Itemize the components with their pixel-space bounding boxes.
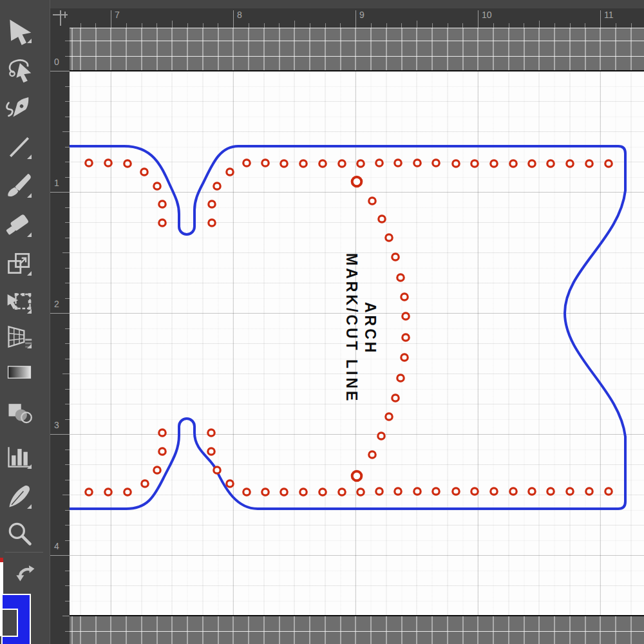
illustrator-app: ARCH MARK/CUT LINE 7891011 01234 <box>0 0 644 644</box>
ruler-tick <box>616 23 616 28</box>
ruler-tick <box>65 359 70 359</box>
ruler-tick <box>65 389 70 390</box>
ruler-tick <box>65 585 70 586</box>
ruler-label: 1 <box>54 178 59 187</box>
ruler-tick <box>310 23 310 28</box>
ruler-origin-corner[interactable] <box>50 8 70 28</box>
ruler-tick <box>65 510 70 511</box>
ruler-tick <box>65 268 70 269</box>
ruler-tick <box>65 101 70 102</box>
artboard-top-edge <box>70 70 644 71</box>
artboard-bottom-edge <box>70 615 644 616</box>
ruler-tick <box>65 464 70 465</box>
ruler-label: 4 <box>54 542 59 551</box>
top-bar <box>50 0 644 8</box>
horizontal-ruler[interactable]: 7891011 <box>70 8 644 28</box>
ruler-tick-major <box>50 555 70 556</box>
ruler-tick <box>65 419 70 420</box>
shape-builder-icon <box>5 398 33 426</box>
shape-builder-tool[interactable] <box>5 398 33 426</box>
ruler-tick <box>65 238 70 238</box>
pen-tool[interactable] <box>5 93 33 122</box>
ruler-tick <box>65 283 70 283</box>
stroke-color-swatch[interactable] <box>1 594 31 644</box>
free-transform-tool[interactable] <box>5 287 33 316</box>
ruler-tick <box>65 177 70 178</box>
swap-fill-stroke-button[interactable] <box>14 562 36 583</box>
column-graph-tool[interactable] <box>5 442 33 471</box>
ruler-tick-major <box>355 10 356 28</box>
submenu-triangle <box>27 309 32 314</box>
ruler-tick <box>65 540 70 541</box>
pasteboard-bottom <box>70 616 644 644</box>
knife-tool[interactable] <box>5 482 33 511</box>
ruler-tick <box>65 631 70 632</box>
label-line-arch: ARCH <box>361 245 379 412</box>
lasso-selection-tool[interactable] <box>5 55 33 84</box>
ruler-tick <box>62 495 70 495</box>
ruler-tick <box>340 23 341 28</box>
swap-arrows-icon <box>14 562 36 583</box>
pen-nib-icon <box>5 93 33 122</box>
eraser-tool[interactable] <box>5 211 33 239</box>
submenu-triangle <box>27 504 32 509</box>
ruler-tick <box>401 23 402 28</box>
gradient-tool[interactable] <box>5 358 33 386</box>
submenu-triangle <box>27 271 32 276</box>
ruler-tick <box>65 147 70 147</box>
ruler-tick <box>62 252 70 253</box>
ruler-tick <box>203 23 204 28</box>
toolbar <box>0 0 50 644</box>
ruler-tick <box>65 207 70 208</box>
ruler-tick <box>65 56 70 57</box>
ruler-tick <box>448 23 448 28</box>
ruler-label: 3 <box>54 421 59 430</box>
vertical-ruler[interactable]: 01234 <box>50 28 70 644</box>
ruler-tick <box>187 23 188 28</box>
ruler-label: 9 <box>359 10 365 19</box>
ruler-tick-major <box>50 71 70 71</box>
ruler-tick <box>65 404 70 404</box>
ruler-tick <box>62 374 70 374</box>
ruler-tick <box>386 23 387 28</box>
ruler-label: 11 <box>604 10 614 19</box>
ruler-tick-major <box>50 313 70 314</box>
ruler-tick <box>218 23 218 28</box>
ruler-tick <box>509 23 509 28</box>
ruler-tick <box>65 601 70 601</box>
ruler-tick <box>65 86 70 87</box>
ruler-tick <box>493 23 494 28</box>
submenu-triangle <box>27 39 32 43</box>
ruler-tick <box>65 117 70 117</box>
submenu-triangle <box>27 232 32 237</box>
submenu-triangle <box>27 464 32 469</box>
ruler-tick <box>264 23 265 28</box>
submenu-triangle <box>27 344 32 348</box>
ruler-tick <box>325 23 326 28</box>
scale-tool[interactable] <box>5 249 33 278</box>
ruler-tick <box>462 23 463 28</box>
magnifier-icon <box>5 520 33 548</box>
ruler-tick <box>279 23 279 28</box>
ruler-tick <box>294 21 295 28</box>
zoom-tool[interactable] <box>5 520 33 548</box>
ruler-tick <box>249 23 249 28</box>
ruler-tick <box>554 23 555 28</box>
line-segment-tool[interactable] <box>5 133 33 161</box>
pattern-text-label[interactable]: ARCH MARK/CUT LINE <box>342 245 379 412</box>
ruler-tick <box>65 450 70 450</box>
perspective-grid-tool[interactable] <box>5 322 33 350</box>
ruler-tick <box>417 21 417 28</box>
ruler-tick <box>80 23 81 28</box>
selection-tool[interactable] <box>5 17 33 45</box>
ruler-tick <box>570 23 571 28</box>
ruler-tick <box>142 23 142 28</box>
ruler-tick <box>65 162 70 162</box>
ruler-label: 10 <box>482 10 492 19</box>
ruler-tick <box>585 23 585 28</box>
ruler-tick <box>126 23 127 28</box>
ruler-tick <box>432 23 433 28</box>
paintbrush-tool[interactable] <box>5 171 33 200</box>
gradient-swatch-icon <box>5 358 33 386</box>
lasso-arrow-icon <box>5 55 33 84</box>
